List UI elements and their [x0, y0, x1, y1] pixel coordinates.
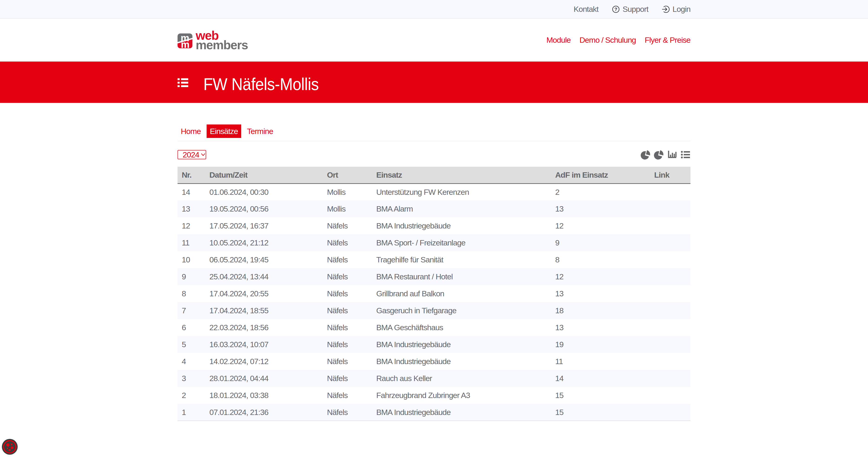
- col-header-ort: Ort: [323, 167, 372, 184]
- list-view-icon[interactable]: [680, 150, 690, 160]
- svg-text:?: ?: [615, 6, 618, 12]
- year-dropdown[interactable]: 2024: [178, 150, 206, 159]
- table-row: 1110.05.2024, 21:12NäfelsBMA Sport- / Fr…: [178, 234, 690, 251]
- login-label: Login: [673, 5, 690, 14]
- table-row: 414.02.2024, 07:12NäfelsBMA Industriegeb…: [178, 353, 690, 370]
- login-arrow-icon: [662, 5, 670, 13]
- tab-home[interactable]: Home: [178, 125, 204, 138]
- table-row: 516.03.2024, 10:07NäfelsBMA Industriegeb…: [178, 336, 690, 353]
- table-row: 925.04.2024, 13:44NäfelsBMA Restaurant /…: [178, 268, 690, 285]
- webmembers-logo-icon: m m: [178, 33, 192, 49]
- year-dropdown-value: 2024: [183, 150, 199, 159]
- table-row: 107.01.2024, 21:36NäfelsBMA Industriegeb…: [178, 404, 690, 421]
- einsaetze-table: Nr.Datum/ZeitOrtEinsatzAdF im EinsatzLin…: [178, 167, 690, 421]
- cookie-consent-button[interactable]: [2, 439, 18, 455]
- table-header-row: Nr.Datum/ZeitOrtEinsatzAdF im EinsatzLin…: [178, 167, 690, 184]
- webmembers-logo-text: web members: [196, 31, 248, 50]
- support-link[interactable]: ? Support: [612, 5, 648, 14]
- col-header-einsatz: Einsatz: [372, 167, 551, 184]
- col-header-adf-im-einsatz: AdF im Einsatz: [551, 167, 650, 184]
- logo-line2: members: [196, 40, 248, 50]
- list-bullet-icon[interactable]: [178, 78, 188, 88]
- main-nav: ModuleDemo / SchulungFlyer & Preise: [546, 35, 690, 44]
- col-header-nr: Nr.: [178, 167, 205, 184]
- table-row: 817.04.2024, 20:55NäfelsGrillbrand auf B…: [178, 285, 690, 302]
- tab-termine[interactable]: Termine: [244, 125, 277, 138]
- webmembers-logo[interactable]: m m web members: [178, 31, 248, 50]
- table-row: 1006.05.2024, 19:45NäfelsTragehilfe für …: [178, 251, 690, 268]
- kontakt-link[interactable]: Kontakt: [574, 5, 598, 14]
- chevron-down-icon: [201, 153, 205, 156]
- page-title: FW Näfels-Mollis: [203, 74, 319, 94]
- section-tabs: HomeEinsätzeTermine: [178, 125, 690, 141]
- support-label: Support: [623, 5, 648, 14]
- site-header: m m web members ModuleDemo / SchulungFly…: [0, 19, 868, 62]
- nav-link-flyer-preise[interactable]: Flyer & Preise: [645, 35, 690, 44]
- table-row: 1319.05.2024, 00:56MollisBMA Alarm13: [178, 200, 690, 217]
- pie-chart-icon[interactable]: [641, 150, 651, 160]
- col-header-link: Link: [650, 167, 690, 184]
- col-header-datum-zeit: Datum/Zeit: [205, 167, 323, 184]
- nav-link-module[interactable]: Module: [546, 35, 570, 44]
- pie-chart-alt-icon[interactable]: [654, 150, 664, 160]
- top-utility-bar: Kontakt ? Support Login: [0, 0, 868, 19]
- nav-link-demo-schulung[interactable]: Demo / Schulung: [579, 35, 636, 44]
- table-row: 1217.05.2024, 16:37NäfelsBMA Industriege…: [178, 217, 690, 234]
- table-row: 622.03.2024, 18:56NäfelsBMA Geschäftshau…: [178, 319, 690, 336]
- table-row: 717.04.2024, 18:55NäfelsGasgeruch in Tie…: [178, 302, 690, 319]
- view-switcher: [641, 150, 690, 160]
- page-title-banner: FW Näfels-Mollis: [0, 62, 868, 103]
- tab-einsatze[interactable]: Einsätze: [207, 125, 241, 138]
- login-link[interactable]: Login: [662, 5, 690, 14]
- help-circle-icon: ?: [612, 5, 620, 13]
- table-row: 1401.06.2024, 00:30MollisUnterstützung F…: [178, 184, 690, 200]
- svg-text:m: m: [181, 39, 189, 48]
- table-row: 218.01.2024, 03:38NäfelsFahrzeugbrand Zu…: [178, 387, 690, 404]
- table-row: 328.01.2024, 04:44NäfelsRauch aus Keller…: [178, 370, 690, 387]
- bar-chart-icon[interactable]: [667, 150, 677, 160]
- kontakt-label: Kontakt: [574, 5, 598, 14]
